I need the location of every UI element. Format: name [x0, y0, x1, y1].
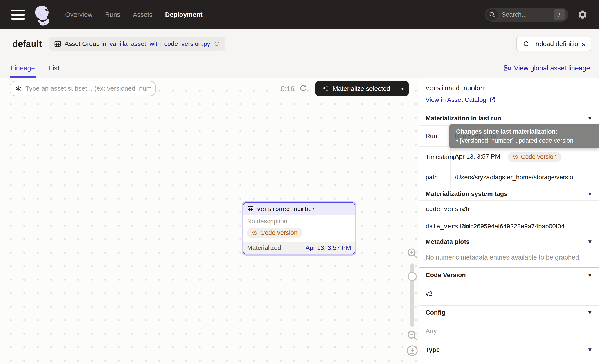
code-version-cycle-icon: [512, 154, 519, 160]
changes-tooltip: Changes since last materialization: • [v…: [449, 124, 599, 148]
asset-node-footer: Materialized Apr 13, 3:57 PM: [244, 242, 355, 254]
badge-label: Code version: [521, 153, 557, 160]
external-link-icon: [489, 96, 496, 103]
dagster-app: Overview Runs Assets Deployment / defaul…: [0, 0, 599, 364]
view-in-asset-catalog-label: View in Asset Catalog: [425, 96, 486, 104]
chevron-down-icon: ▾: [588, 238, 591, 245]
chevron-down-icon: ▾: [588, 309, 591, 316]
sidebar-asset-summary: versioned_number View in Asset Catalog: [419, 78, 599, 111]
materialized-status-label: Materialized: [247, 244, 281, 251]
reload-location-icon[interactable]: [213, 41, 220, 47]
tooltip-item: • [versioned_number] updated code versio…: [456, 137, 599, 144]
code-version-value: v1: [458, 205, 599, 213]
section-title: Type: [425, 346, 440, 353]
settings-gear-icon[interactable]: [577, 9, 588, 20]
asset-selection-icon: [15, 85, 22, 92]
section-header-code-version[interactable]: Code Version ▾: [419, 269, 599, 282]
sparkle-icon: [321, 85, 329, 93]
search-shortcut-badge: /: [554, 9, 565, 20]
refresh-timer: 0:16: [281, 85, 294, 93]
asset-subset-filter[interactable]: [10, 81, 156, 96]
sidebar-splitter[interactable]: [419, 267, 599, 269]
breadcrumb: Asset Group in vanilla_asset_with_code_v…: [49, 37, 225, 51]
tab-lineage[interactable]: Lineage: [11, 59, 35, 78]
nav-item-overview[interactable]: Overview: [65, 11, 92, 18]
reload-definitions-button[interactable]: Reload definitions: [516, 37, 591, 51]
section-title: Metadata plots: [425, 238, 470, 245]
code-version-badge: Code version: [247, 228, 302, 238]
path-label: path: [419, 167, 451, 187]
asset-subset-input[interactable]: [25, 85, 151, 93]
section-header-metadata-plots[interactable]: Metadata plots ▾: [419, 235, 599, 248]
code-version-badge-label: Code version: [260, 229, 298, 236]
nav-item-assets[interactable]: Assets: [133, 11, 153, 18]
asset-table-icon: [247, 205, 254, 212]
section-header-system-tags[interactable]: Materialization system tags ▾: [419, 187, 599, 200]
view-tabs: Lineage List View global asset lineage: [0, 59, 599, 78]
search-input[interactable]: [501, 11, 554, 18]
config-section-value: Any: [419, 319, 599, 343]
asset-detail-sidebar: versioned_number View in Asset Catalog M…: [419, 78, 599, 364]
metadata-plots-empty-text: No numeric metadata entries available to…: [419, 248, 599, 267]
nav-item-runs[interactable]: Runs: [105, 11, 120, 18]
view-in-asset-catalog-link[interactable]: View in Asset Catalog: [425, 96, 496, 104]
code-version-label: code_version: [419, 201, 458, 217]
asset-node-header: versioned_number: [244, 203, 355, 215]
materialize-split-button: Materialize selected ▾: [316, 81, 409, 96]
view-global-asset-lineage-label: View global asset lineage: [514, 64, 590, 72]
asset-node-description: No description: [247, 218, 351, 225]
view-global-asset-lineage-link[interactable]: View global asset lineage: [503, 64, 591, 72]
sidebar-asset-title: versioned_number: [425, 84, 599, 92]
zoom-out-icon[interactable]: [406, 329, 418, 341]
materialize-options-caret[interactable]: ▾: [396, 81, 409, 96]
lineage-graph-icon: [504, 65, 511, 71]
reload-icon: [522, 40, 530, 47]
primary-nav: Overview Runs Assets Deployment: [65, 11, 203, 18]
zoom-slider[interactable]: [410, 263, 414, 327]
section-title: Code Version: [425, 271, 466, 279]
timestamp-label: Timestamp: [419, 147, 451, 167]
materialize-selected-label: Materialize selected: [333, 85, 390, 93]
chevron-down-icon: ▾: [588, 190, 591, 197]
data-version-label: data_version: [419, 217, 458, 235]
asset-group-icon: [54, 40, 61, 47]
section-header-materialization-last-run[interactable]: Materialization in last run ▾: [419, 111, 599, 125]
asset-node-title: versioned_number: [257, 205, 316, 212]
path-row: path /Users/sryza/dagster_home/storage/v…: [419, 167, 599, 187]
code-version-cycle-icon: [252, 230, 258, 236]
section-title: Materialization system tags: [425, 190, 507, 198]
chevron-down-icon: ▾: [588, 115, 591, 122]
section-title: Config: [425, 309, 446, 316]
reload-definitions-label: Reload definitions: [533, 40, 585, 48]
section-header-type[interactable]: Type ▾: [419, 343, 599, 356]
materialize-selected-button[interactable]: Materialize selected: [316, 81, 396, 96]
timestamp-text: Apr 13, 3:57 PM: [455, 153, 500, 160]
refresh-graph-icon[interactable]: [299, 84, 307, 93]
menu-icon[interactable]: [11, 10, 25, 20]
page-header: default Asset Group in vanilla_asset_wit…: [0, 29, 599, 59]
breadcrumb-prefix: Asset Group in: [65, 40, 106, 47]
timestamp-row: Timestamp Apr 13, 3:57 PM Code version: [419, 147, 599, 167]
chevron-down-icon: ▾: [588, 272, 591, 279]
zoom-in-icon[interactable]: [406, 247, 418, 259]
tab-list[interactable]: List: [49, 59, 59, 78]
path-link[interactable]: /Users/sryza/dagster_home/storage/versio: [455, 174, 573, 181]
data-version-row: data_version 3bfc269594ef649228e9a74bab0…: [419, 217, 599, 235]
zoom-slider-handle[interactable]: [408, 272, 417, 281]
top-nav: Overview Runs Assets Deployment /: [0, 0, 599, 29]
tooltip-title: Changes since last materialization:: [456, 128, 599, 135]
timestamp-value: Apr 13, 3:57 PM Code version: [451, 152, 599, 162]
global-search[interactable]: /: [485, 8, 568, 22]
asset-node-versioned-number[interactable]: versioned_number No description Code ver…: [243, 202, 355, 254]
chevron-down-icon: ▾: [588, 346, 591, 353]
materialized-timestamp[interactable]: Apr 13, 3:57 PM: [306, 244, 351, 251]
asset-graph-canvas[interactable]: 0:16 Materialize selected ▾: [0, 78, 419, 364]
breadcrumb-file-link[interactable]: vanilla_asset_with_code_version.py: [110, 40, 210, 47]
run-label: Run: [419, 126, 451, 147]
nav-item-deployment[interactable]: Deployment: [165, 11, 203, 18]
section-header-config[interactable]: Config ▾: [419, 305, 599, 319]
dagster-logo-icon: [32, 3, 55, 26]
sidebar-tail: [419, 356, 599, 364]
timestamp-code-version-badge: Code version: [508, 152, 561, 162]
download-graph-icon[interactable]: [406, 345, 418, 356]
